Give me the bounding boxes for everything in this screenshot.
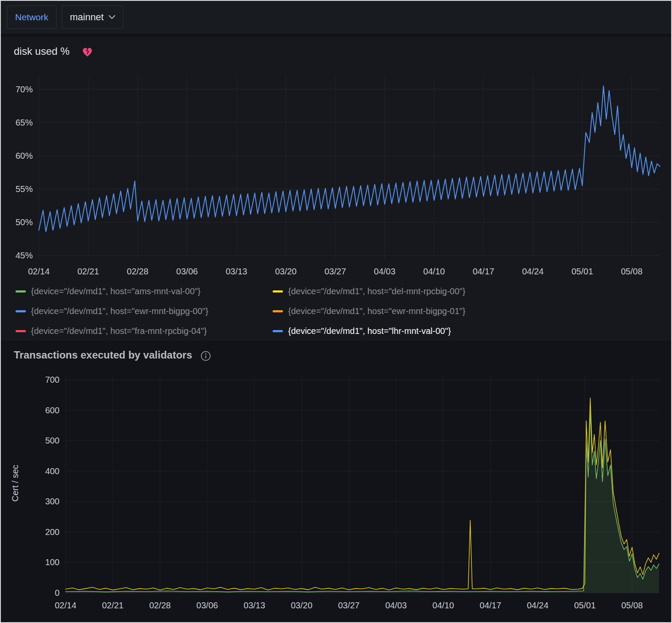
svg-text:04/03: 04/03 (374, 267, 396, 276)
chart-svg: 010020030040050060070002/1402/2102/2803/… (1, 362, 671, 617)
svg-text:02/21: 02/21 (102, 601, 123, 610)
legend-color-swatch (16, 290, 26, 293)
svg-text:05/01: 05/01 (572, 267, 593, 276)
disk-used-chart[interactable]: 45%50%55%60%65%70%02/1402/2102/2803/0603… (1, 60, 671, 280)
legend-item[interactable]: {device="/dev/md1", host="ams-mnt-val-00… (16, 281, 273, 301)
svg-text:03/20: 03/20 (291, 601, 312, 610)
legend-label: {device="/dev/md1", host="ewr-mnt-bigpg-… (288, 306, 465, 316)
svg-text:02/21: 02/21 (78, 267, 99, 276)
svg-text:05/01: 05/01 (574, 601, 596, 610)
legend-item[interactable]: {device="/dev/md1", host="ewr-mnt-bigpg-… (273, 301, 671, 321)
svg-text:700: 700 (45, 375, 60, 384)
svg-text:03/06: 03/06 (196, 601, 218, 610)
transactions-chart[interactable]: 010020030040050060070002/1402/2102/2803/… (1, 362, 671, 617)
svg-text:400: 400 (45, 466, 60, 476)
legend-label: {device="/dev/md1", host="ams-mnt-val-00… (31, 286, 201, 296)
legend-label: {device="/dev/md1", host="ewr-mnt-bigpg-… (31, 306, 208, 316)
legend-color-swatch (273, 290, 283, 293)
disk-used-panel: disk used % 45%50%55%60%65%70%02/1402/21… (1, 36, 671, 341)
svg-text:0: 0 (55, 588, 60, 598)
svg-text:45%: 45% (16, 251, 33, 260)
legend-color-swatch (16, 330, 26, 332)
svg-text:04/24: 04/24 (522, 267, 543, 276)
svg-text:02/28: 02/28 (127, 267, 148, 276)
svg-text:65%: 65% (16, 118, 33, 127)
legend-item[interactable]: {device="/dev/md1", host="del-mnt-rpcbig… (273, 281, 671, 301)
svg-text:60%: 60% (16, 151, 33, 160)
legend-label: {device="/dev/md1", host="lhr-mnt-val-00… (288, 326, 451, 336)
network-variable-value: mainnet (70, 12, 104, 23)
svg-text:04/10: 04/10 (423, 267, 445, 276)
svg-text:03/13: 03/13 (226, 267, 247, 276)
legend-item[interactable]: {device="/dev/md1", host="fra-mnt-rpcbig… (16, 321, 273, 341)
svg-text:50%: 50% (16, 217, 33, 227)
transactions-panel-header: Transactions executed by validators (1, 342, 671, 362)
legend-color-swatch (273, 330, 283, 332)
svg-text:03/20: 03/20 (275, 267, 297, 276)
info-icon[interactable] (200, 350, 211, 362)
dashboard-variables-bar: Network mainnet (1, 1, 671, 34)
legend-color-swatch (273, 310, 283, 312)
svg-text:600: 600 (45, 406, 60, 415)
svg-text:300: 300 (45, 497, 60, 506)
svg-text:Cert / sec: Cert / sec (10, 465, 20, 502)
alert-broken-heart-icon[interactable] (82, 46, 93, 58)
svg-text:04/17: 04/17 (480, 601, 501, 610)
network-variable-label: Network (7, 6, 57, 29)
chart-svg: 45%50%55%60%65%70%02/1402/2102/2803/0603… (1, 60, 671, 280)
legend-label: {device="/dev/md1", host="del-mnt-rpcbig… (288, 286, 465, 296)
svg-text:02/28: 02/28 (149, 601, 171, 610)
svg-text:500: 500 (45, 436, 60, 445)
transactions-panel-title[interactable]: Transactions executed by validators (14, 349, 192, 361)
svg-text:04/17: 04/17 (473, 267, 494, 276)
legend-item[interactable]: {device="/dev/md1", host="ewr-mnt-bigpg-… (16, 301, 273, 321)
svg-text:70%: 70% (16, 85, 33, 94)
disk-used-legend: {device="/dev/md1", host="ams-mnt-val-00… (1, 280, 671, 341)
svg-text:05/08: 05/08 (621, 267, 643, 276)
transactions-panel: Transactions executed by validators 0100… (1, 342, 671, 621)
svg-text:05/08: 05/08 (621, 601, 643, 610)
legend-item[interactable]: {device="/dev/md1", host="lhr-mnt-val-00… (273, 321, 671, 341)
svg-text:100: 100 (45, 557, 60, 567)
disk-used-panel-title[interactable]: disk used % (14, 45, 69, 57)
svg-text:02/14: 02/14 (55, 601, 76, 610)
svg-text:03/13: 03/13 (244, 601, 265, 610)
grafana-dashboard: Network mainnet disk used % 45%50%55%60%… (0, 0, 672, 623)
disk-used-panel-header: disk used % (1, 36, 671, 59)
svg-text:03/27: 03/27 (324, 267, 346, 276)
svg-text:200: 200 (45, 527, 60, 537)
svg-text:55%: 55% (16, 184, 33, 194)
svg-text:04/24: 04/24 (527, 601, 549, 610)
svg-text:03/06: 03/06 (176, 267, 198, 276)
network-variable-label-text: Network (15, 12, 48, 22)
legend-color-swatch (16, 310, 26, 312)
legend-label: {device="/dev/md1", host="fra-mnt-rpcbig… (31, 326, 207, 336)
network-variable-dropdown[interactable]: mainnet (62, 6, 123, 29)
svg-text:04/03: 04/03 (385, 601, 407, 610)
chevron-down-icon (109, 15, 115, 19)
svg-text:03/27: 03/27 (338, 601, 360, 610)
svg-text:04/10: 04/10 (433, 601, 454, 610)
svg-text:02/14: 02/14 (28, 267, 50, 276)
